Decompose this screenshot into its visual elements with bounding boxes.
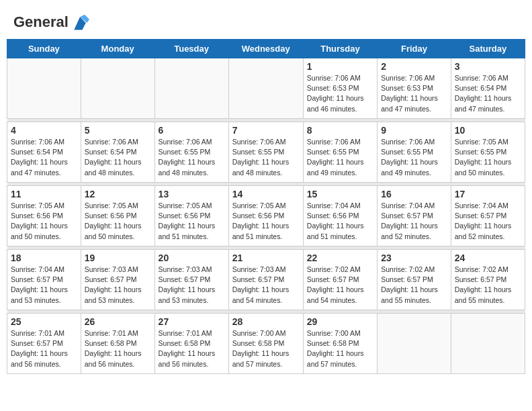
weekday-header-row: SundayMondayTuesdayWednesdayThursdayFrid… [7, 40, 525, 58]
calendar-day-cell: 29Sunrise: 7:00 AMSunset: 6:58 PMDayligh… [303, 314, 377, 374]
calendar-week-row: 1Sunrise: 7:06 AMSunset: 6:53 PMDaylight… [7, 58, 525, 119]
day-info: Sunrise: 7:06 AMSunset: 6:54 PMDaylight:… [85, 137, 151, 178]
calendar-day-cell: 24Sunrise: 7:02 AMSunset: 6:57 PMDayligh… [451, 250, 525, 310]
calendar-day-cell: 23Sunrise: 7:02 AMSunset: 6:57 PMDayligh… [378, 250, 451, 310]
day-info: Sunrise: 7:00 AMSunset: 6:58 PMDaylight:… [232, 328, 300, 369]
day-info: Sunrise: 7:00 AMSunset: 6:58 PMDaylight:… [307, 328, 373, 369]
calendar-day-cell: 19Sunrise: 7:03 AMSunset: 6:57 PMDayligh… [81, 250, 154, 310]
day-info: Sunrise: 7:06 AMSunset: 6:53 PMDaylight:… [381, 73, 447, 114]
weekday-header-cell: Sunday [7, 40, 81, 58]
calendar-day-cell: 1Sunrise: 7:06 AMSunset: 6:53 PMDaylight… [303, 58, 377, 119]
day-info: Sunrise: 7:05 AMSunset: 6:56 PMDaylight:… [232, 201, 300, 242]
calendar-day-cell: 14Sunrise: 7:05 AMSunset: 6:56 PMDayligh… [228, 186, 303, 246]
day-info: Sunrise: 7:03 AMSunset: 6:57 PMDaylight:… [159, 265, 225, 306]
day-info: Sunrise: 7:01 AMSunset: 6:58 PMDaylight:… [159, 328, 225, 369]
day-info: Sunrise: 7:06 AMSunset: 6:55 PMDaylight:… [381, 137, 447, 178]
weekday-header-cell: Tuesday [154, 40, 228, 58]
day-info: Sunrise: 7:05 AMSunset: 6:56 PMDaylight:… [159, 201, 225, 242]
day-info: Sunrise: 7:06 AMSunset: 6:55 PMDaylight:… [232, 137, 300, 178]
day-number: 21 [232, 253, 300, 263]
calendar-day-cell: 9Sunrise: 7:06 AMSunset: 6:55 PMDaylight… [378, 122, 451, 183]
day-number: 12 [85, 189, 151, 199]
calendar-day-cell: 10Sunrise: 7:05 AMSunset: 6:55 PMDayligh… [451, 122, 525, 183]
day-info: Sunrise: 7:02 AMSunset: 6:57 PMDaylight:… [455, 265, 521, 306]
day-number: 16 [381, 189, 447, 199]
calendar-day-cell [451, 314, 525, 374]
calendar-week-row: 25Sunrise: 7:01 AMSunset: 6:57 PMDayligh… [7, 314, 525, 374]
day-info: Sunrise: 7:06 AMSunset: 6:54 PMDaylight:… [11, 137, 77, 178]
calendar-day-cell [228, 58, 303, 119]
day-number: 11 [11, 189, 77, 199]
day-info: Sunrise: 7:05 AMSunset: 6:56 PMDaylight:… [85, 201, 151, 242]
day-number: 7 [232, 125, 300, 136]
day-number: 25 [11, 316, 77, 327]
day-number: 6 [159, 125, 225, 136]
calendar-day-cell: 6Sunrise: 7:06 AMSunset: 6:55 PMDaylight… [154, 122, 228, 183]
calendar-week-row: 11Sunrise: 7:05 AMSunset: 6:56 PMDayligh… [7, 186, 525, 246]
calendar-day-cell: 3Sunrise: 7:06 AMSunset: 6:54 PMDaylight… [451, 58, 525, 119]
calendar-week-row: 4Sunrise: 7:06 AMSunset: 6:54 PMDaylight… [7, 122, 525, 183]
day-number: 2 [381, 61, 447, 72]
day-number: 29 [307, 316, 373, 327]
day-number: 22 [307, 253, 373, 263]
weekday-header-cell: Wednesday [228, 40, 303, 58]
day-info: Sunrise: 7:02 AMSunset: 6:57 PMDaylight:… [307, 265, 373, 306]
day-number: 14 [232, 189, 300, 199]
calendar-day-cell: 15Sunrise: 7:04 AMSunset: 6:56 PMDayligh… [303, 186, 377, 246]
calendar-day-cell: 27Sunrise: 7:01 AMSunset: 6:58 PMDayligh… [154, 314, 228, 374]
day-info: Sunrise: 7:05 AMSunset: 6:55 PMDaylight:… [455, 137, 521, 178]
day-number: 20 [159, 253, 225, 263]
calendar-week-row: 18Sunrise: 7:04 AMSunset: 6:57 PMDayligh… [7, 250, 525, 310]
weekday-header-cell: Monday [81, 40, 154, 58]
calendar-day-cell: 13Sunrise: 7:05 AMSunset: 6:56 PMDayligh… [154, 186, 228, 246]
calendar-day-cell: 8Sunrise: 7:06 AMSunset: 6:55 PMDaylight… [303, 122, 377, 183]
day-info: Sunrise: 7:01 AMSunset: 6:58 PMDaylight:… [85, 328, 151, 369]
day-info: Sunrise: 7:05 AMSunset: 6:56 PMDaylight:… [11, 201, 77, 242]
calendar-day-cell: 11Sunrise: 7:05 AMSunset: 6:56 PMDayligh… [7, 186, 81, 246]
logo: General [13, 13, 89, 32]
calendar-day-cell: 21Sunrise: 7:03 AMSunset: 6:57 PMDayligh… [228, 250, 303, 310]
calendar-day-cell [7, 58, 81, 119]
weekday-header-cell: Saturday [451, 40, 525, 58]
day-number: 23 [381, 253, 447, 263]
day-info: Sunrise: 7:06 AMSunset: 6:53 PMDaylight:… [307, 73, 373, 114]
day-info: Sunrise: 7:04 AMSunset: 6:56 PMDaylight:… [307, 201, 373, 242]
day-info: Sunrise: 7:04 AMSunset: 6:57 PMDaylight:… [11, 265, 77, 306]
calendar-day-cell: 18Sunrise: 7:04 AMSunset: 6:57 PMDayligh… [7, 250, 81, 310]
calendar-day-cell: 16Sunrise: 7:04 AMSunset: 6:57 PMDayligh… [378, 186, 451, 246]
day-number: 1 [307, 61, 373, 72]
calendar-day-cell: 17Sunrise: 7:04 AMSunset: 6:57 PMDayligh… [451, 186, 525, 246]
day-number: 28 [232, 316, 300, 327]
calendar-day-cell: 2Sunrise: 7:06 AMSunset: 6:53 PMDaylight… [378, 58, 451, 119]
page-header: General [7, 7, 525, 36]
day-info: Sunrise: 7:04 AMSunset: 6:57 PMDaylight:… [381, 201, 447, 242]
day-info: Sunrise: 7:02 AMSunset: 6:57 PMDaylight:… [381, 265, 447, 306]
calendar-day-cell: 12Sunrise: 7:05 AMSunset: 6:56 PMDayligh… [81, 186, 154, 246]
weekday-header-cell: Thursday [303, 40, 377, 58]
day-info: Sunrise: 7:01 AMSunset: 6:57 PMDaylight:… [11, 328, 77, 369]
day-info: Sunrise: 7:03 AMSunset: 6:57 PMDaylight:… [85, 265, 151, 306]
day-number: 13 [159, 189, 225, 199]
day-info: Sunrise: 7:04 AMSunset: 6:57 PMDaylight:… [455, 201, 521, 242]
calendar-day-cell: 25Sunrise: 7:01 AMSunset: 6:57 PMDayligh… [7, 314, 81, 374]
calendar-table: SundayMondayTuesdayWednesdayThursdayFrid… [7, 39, 525, 374]
day-number: 5 [85, 125, 151, 136]
day-number: 4 [11, 125, 77, 136]
calendar-day-cell: 7Sunrise: 7:06 AMSunset: 6:55 PMDaylight… [228, 122, 303, 183]
calendar-day-cell [154, 58, 228, 119]
day-number: 26 [85, 316, 151, 327]
day-number: 8 [307, 125, 373, 136]
day-info: Sunrise: 7:06 AMSunset: 6:54 PMDaylight:… [455, 73, 521, 114]
day-info: Sunrise: 7:06 AMSunset: 6:55 PMDaylight:… [307, 137, 373, 178]
logo-text: General [13, 13, 89, 32]
day-number: 24 [455, 253, 521, 263]
calendar-day-cell: 22Sunrise: 7:02 AMSunset: 6:57 PMDayligh… [303, 250, 377, 310]
day-number: 10 [455, 125, 521, 136]
day-number: 17 [455, 189, 521, 199]
calendar-day-cell: 4Sunrise: 7:06 AMSunset: 6:54 PMDaylight… [7, 122, 81, 183]
day-number: 9 [381, 125, 447, 136]
calendar-day-cell: 28Sunrise: 7:00 AMSunset: 6:58 PMDayligh… [228, 314, 303, 374]
day-number: 19 [85, 253, 151, 263]
calendar-day-cell: 20Sunrise: 7:03 AMSunset: 6:57 PMDayligh… [154, 250, 228, 310]
calendar-day-cell: 5Sunrise: 7:06 AMSunset: 6:54 PMDaylight… [81, 122, 154, 183]
